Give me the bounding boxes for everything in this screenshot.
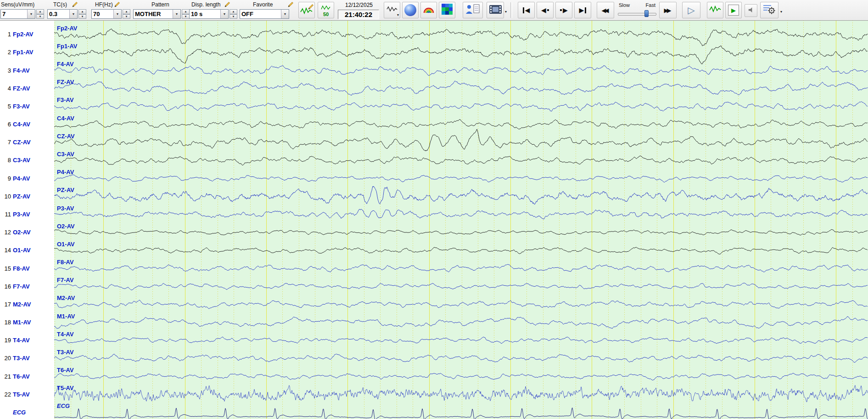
gutter-row-o2-av[interactable]: 12O2-AV	[0, 228, 54, 237]
sens-spin-up-button[interactable]: ▲	[36, 9, 44, 14]
speed-slider-handle[interactable]	[644, 10, 649, 17]
channel-number: 22	[0, 391, 13, 398]
gutter-row-t6-av[interactable]: 21T6-AV	[0, 372, 54, 380]
more-options-arrow[interactable]: ▾	[780, 10, 782, 14]
edit-pencil-icon[interactable]	[72, 1, 78, 7]
channel-number: 3	[0, 67, 13, 74]
wave-edit-button[interactable]	[298, 2, 315, 18]
gutter-row-fp1-av[interactable]: 2Fp1-AV	[0, 48, 54, 57]
trace-label-f7-av: F7-AV	[57, 277, 74, 283]
chevron-down-icon[interactable]: ▼	[173, 10, 180, 18]
gutter-row-ecg[interactable]: ECG	[0, 408, 54, 416]
pattern-spin-down-button[interactable]: ▼	[182, 14, 190, 19]
go-to-end-button[interactable]: ▶	[574, 2, 591, 18]
gutter-row-pz-av[interactable]: 10PZ-AV	[0, 192, 54, 200]
channel-number: 19	[0, 337, 13, 344]
wave-display-button[interactable]: ▾	[384, 2, 400, 18]
dsa-map-button[interactable]	[439, 2, 455, 18]
chevron-down-icon[interactable]: ▼	[113, 10, 121, 18]
green-play-box-icon: ▶	[728, 5, 739, 16]
channel-number: 21	[0, 373, 13, 380]
spectrum-button[interactable]	[420, 2, 437, 18]
chevron-down-icon[interactable]: ▼	[220, 10, 228, 18]
channel-number: 10	[0, 193, 13, 200]
brain-topography-button[interactable]	[402, 2, 419, 18]
gutter-row-p4-av[interactable]: 9P4-AV	[0, 174, 54, 182]
start-bar-icon	[523, 7, 524, 13]
gutter-row-c4-av[interactable]: 6C4-AV	[0, 120, 54, 129]
gutter-row-f3-av[interactable]: 5F3-AV	[0, 102, 54, 110]
hf-spin-down-button[interactable]: ▼	[123, 14, 130, 19]
hf-spin-up-button[interactable]: ▲	[123, 9, 130, 14]
gutter-row-t3-av[interactable]: 20T3-AV	[0, 354, 54, 362]
gutter-row-t4-av[interactable]: 19T4-AV	[0, 336, 54, 345]
right-triangle-icon: ▶	[579, 7, 584, 13]
channel-number: 11	[0, 211, 13, 218]
gutter-row-fp2-av[interactable]: 1Fp2-AV	[0, 30, 54, 39]
chevron-down-icon[interactable]: ▼	[69, 10, 77, 18]
eeg-canvas[interactable]	[54, 20, 868, 419]
more-options-arrow[interactable]: ▾	[505, 10, 507, 14]
sens-value: 7	[1, 11, 27, 17]
step-back-button[interactable]: ◀	[537, 2, 554, 18]
pattern-spin-up-button[interactable]: ▲	[182, 9, 190, 14]
trace-label-fp2-av: Fp2-AV	[57, 25, 78, 32]
gutter-row-f4-av[interactable]: 3F4-AV	[0, 66, 54, 74]
gutter-row-fz-av[interactable]: 4FZ-AV	[0, 84, 54, 92]
gutter-row-f8-av[interactable]: 15F8-AV	[0, 264, 54, 272]
eeg-trace-area: Fp2-AVFp1-AVF4-AVFZ-AVF3-AVC4-AVCZ-AVC3-…	[54, 20, 868, 419]
gutter-row-p3-av[interactable]: 11P3-AV	[0, 210, 54, 219]
hf-value: 70	[92, 11, 113, 17]
start-recording-button[interactable]: ▶	[725, 2, 742, 18]
tc-combobox[interactable]: 0.3 ▼	[47, 9, 78, 19]
tc-spin-up-button[interactable]: ▲	[78, 9, 86, 14]
disp-spin-down-button[interactable]: ▼	[230, 14, 237, 19]
video-button[interactable]	[487, 2, 504, 18]
gutter-row-m1-av[interactable]: 18M1-AV	[0, 318, 54, 327]
gutter-row-t5-av[interactable]: 22T5-AV	[0, 390, 54, 398]
disp-length-combobox[interactable]: 10 s ▼	[189, 9, 229, 19]
brain-map-icon	[404, 4, 416, 16]
chevron-down-icon[interactable]: ▼	[27, 10, 35, 18]
speaker-button[interactable]	[745, 4, 757, 17]
gutter-row-m2-av[interactable]: 17M2-AV	[0, 300, 54, 308]
tc-spin-down-button[interactable]: ▼	[78, 14, 86, 19]
channel-number: 1	[0, 31, 13, 38]
gutter-row-c3-av[interactable]: 8C3-AV	[0, 156, 54, 164]
channel-number: 2	[0, 49, 13, 56]
favorite-combobox[interactable]: OFF ▼	[240, 9, 289, 19]
patient-info-button[interactable]	[463, 2, 483, 18]
rainbow-spectrum-icon	[423, 4, 435, 16]
gutter-row-cz-av[interactable]: 7CZ-AV	[0, 138, 54, 147]
fast-forward-button[interactable]: ▶▶	[659, 2, 677, 18]
wave-monitor-button[interactable]	[707, 2, 723, 18]
montage-settings-button[interactable]	[760, 2, 778, 18]
hf-combobox[interactable]: 70 ▼	[91, 9, 122, 19]
more-options-arrow[interactable]: ▾	[397, 13, 399, 17]
disp-spin-up-button[interactable]: ▲	[230, 9, 237, 14]
pattern-value: MOTHER	[134, 11, 173, 17]
gutter-row-o1-av[interactable]: 14O1-AV	[0, 246, 54, 255]
channel-name: C3-AV	[13, 157, 30, 164]
favorite-value: OFF	[240, 11, 281, 17]
gutter-row-f7-av[interactable]: 16F7-AV	[0, 282, 54, 290]
speed-slider[interactable]: Slow Fast	[618, 1, 656, 19]
speed-slider-track[interactable]	[618, 13, 656, 16]
chevron-down-icon[interactable]: ▼	[281, 10, 289, 18]
edit-pencil-icon[interactable]	[224, 1, 231, 7]
sens-spin-down-button[interactable]: ▼	[36, 14, 44, 19]
edit-pencil-icon[interactable]	[114, 1, 121, 7]
patient-person-icon	[465, 4, 480, 17]
play-button[interactable]: ▷	[682, 2, 700, 18]
wave-pencil-icon	[300, 5, 313, 16]
hf-spinner: ▲ ▼	[123, 9, 130, 19]
disp-length-value: 10 s	[190, 11, 220, 17]
rewind-button[interactable]: ◀◀	[597, 2, 614, 18]
trace-label-cz-av: CZ-AV	[57, 133, 75, 140]
notch-filter-button[interactable]: 50	[318, 2, 334, 18]
go-to-start-button[interactable]: ◀	[518, 2, 535, 18]
step-forward-button[interactable]: ▶	[555, 2, 572, 18]
sens-combobox[interactable]: 7 ▼	[0, 9, 35, 19]
edit-pencil-icon[interactable]	[288, 1, 294, 7]
pattern-combobox[interactable]: MOTHER ▼	[133, 9, 181, 19]
